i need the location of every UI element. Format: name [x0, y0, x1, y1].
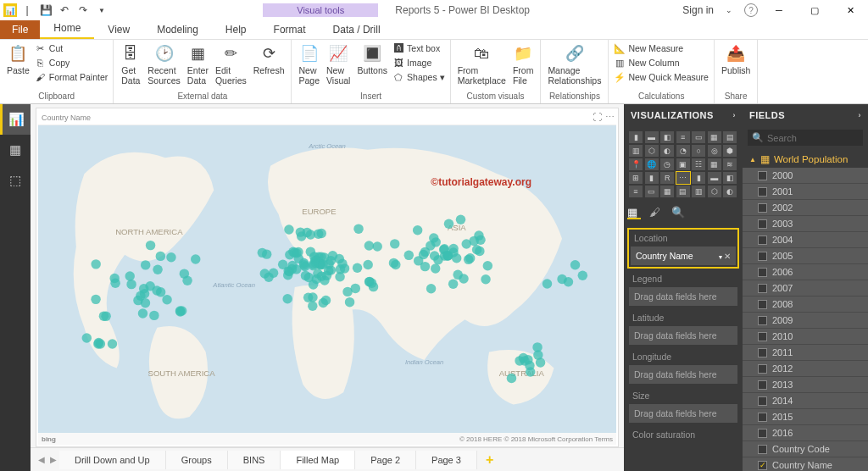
field-checkbox[interactable] [758, 461, 767, 470]
maximize-button[interactable]: ▢ [800, 1, 829, 19]
viz-thumb[interactable]: ▮ [645, 172, 659, 184]
field-row[interactable]: 2016 [743, 425, 868, 441]
model-view-icon[interactable]: ⬚ [0, 165, 31, 196]
tab-data-drill[interactable]: Data / Drill [320, 20, 394, 39]
buttons-button[interactable]: 🔳Buttons [353, 42, 391, 77]
viz-thumb[interactable]: ◐ [723, 186, 737, 197]
viz-thumb[interactable]: 🌐 [645, 158, 659, 170]
longitude-drop[interactable]: Drag data fields here [629, 365, 737, 384]
field-row[interactable]: 2005 [743, 248, 868, 264]
viz-thumb[interactable]: ▥ [692, 186, 705, 197]
viz-thumb[interactable]: ▤ [723, 131, 737, 143]
more-options-icon[interactable]: ⋯ [605, 112, 615, 123]
get-data-button[interactable]: 🗄Get Data [117, 42, 144, 87]
page-nav-prev[interactable]: ◀ [36, 455, 47, 464]
field-checkbox[interactable] [758, 252, 767, 261]
viz-thumb[interactable]: ▮ [629, 131, 643, 143]
viz-thumb[interactable]: ▮ [692, 172, 705, 184]
tab-format[interactable]: Format [260, 20, 320, 39]
field-row[interactable]: 2013 [743, 377, 868, 393]
add-page-button[interactable]: + [477, 449, 502, 471]
format-tab-icon[interactable]: 🖌 [649, 206, 663, 219]
publish-button[interactable]: 📤Publish [718, 42, 754, 77]
size-well[interactable]: Size Drag data fields here [629, 389, 737, 423]
search-box[interactable]: 🔍 [748, 130, 863, 146]
latitude-drop[interactable]: Drag data fields here [629, 326, 737, 345]
page-tab[interactable]: Page 3 [416, 451, 477, 469]
viz-thumb[interactable]: ▦ [708, 131, 721, 143]
size-drop[interactable]: Drag data fields here [629, 404, 737, 423]
field-checkbox[interactable] [758, 429, 767, 438]
chevron-right-icon[interactable]: › [733, 111, 737, 119]
viz-thumb[interactable]: ▭ [692, 131, 705, 143]
chevron-right-icon[interactable]: › [859, 111, 862, 119]
viz-thumb[interactable]: 📍 [629, 158, 643, 170]
field-row[interactable]: 2011 [743, 345, 868, 361]
table-row[interactable]: ▲ ▦ World Population [743, 151, 868, 168]
field-row[interactable]: 2000 [743, 168, 868, 184]
field-checkbox[interactable] [758, 396, 767, 406]
field-checkbox[interactable] [758, 332, 767, 341]
viz-thumb[interactable]: ⬡ [708, 186, 721, 197]
field-row[interactable]: 2004 [743, 232, 868, 248]
field-checkbox[interactable] [758, 413, 767, 422]
from-file-button[interactable]: 📁From File [509, 42, 537, 87]
field-checkbox[interactable] [758, 300, 767, 309]
viz-thumb[interactable]: ⊞ [629, 172, 643, 184]
image-button[interactable]: 🖼Image [391, 56, 447, 69]
field-row[interactable]: Country Name [743, 457, 868, 471]
report-canvas[interactable]: Country Name ⛶ ⋯ ©tutorialgateway.org [36, 108, 619, 447]
field-row[interactable]: 2003 [743, 216, 868, 232]
cut-button[interactable]: ✂Cut [33, 42, 109, 55]
viz-thumb[interactable]: ◷ [660, 158, 674, 170]
new-page-button[interactable]: 📄New Page [295, 42, 323, 87]
viz-thumb[interactable]: ▬ [645, 131, 659, 143]
page-tab[interactable]: Drill Down and Up [59, 451, 166, 469]
quick-measure-button[interactable]: ⚡New Quick Measure [612, 70, 710, 84]
page-tab[interactable]: Filled Map [281, 451, 355, 469]
viz-thumb[interactable]: R [660, 172, 674, 184]
remove-field-icon[interactable]: ✕ [724, 252, 731, 261]
data-view-icon[interactable]: ▦ [0, 135, 31, 165]
undo-icon[interactable]: ↶ [56, 2, 73, 19]
viz-thumb[interactable]: ○ [692, 145, 705, 157]
page-tab[interactable]: Groups [166, 451, 228, 469]
field-row[interactable]: 2010 [743, 329, 868, 345]
field-row[interactable]: 2006 [743, 264, 868, 280]
field-checkbox[interactable] [758, 348, 767, 357]
viz-thumb[interactable]: ≋ [723, 158, 737, 170]
tab-home[interactable]: Home [40, 19, 94, 39]
page-nav-next[interactable]: ▶ [47, 455, 59, 464]
location-well[interactable]: Location Country Name ▾ ✕ [629, 230, 737, 267]
page-tab[interactable]: Page 2 [355, 451, 416, 469]
minimize-button[interactable]: ─ [765, 1, 793, 19]
viz-thumb[interactable]: ☷ [692, 158, 705, 170]
field-checkbox[interactable] [758, 171, 767, 180]
tab-view[interactable]: View [94, 20, 143, 39]
viz-thumb[interactable]: ⬡ [645, 145, 659, 157]
viz-thumb[interactable]: ⬢ [723, 145, 737, 157]
field-checkbox[interactable] [758, 268, 767, 277]
redo-icon[interactable]: ↷ [75, 2, 92, 19]
field-checkbox[interactable] [758, 187, 767, 197]
field-row[interactable]: 2008 [743, 296, 868, 313]
latitude-well[interactable]: Latitude Drag data fields here [629, 311, 737, 345]
viz-thumb[interactable]: ◧ [723, 172, 737, 184]
new-measure-button[interactable]: 📐New Measure [612, 42, 710, 55]
field-checkbox[interactable] [758, 364, 767, 374]
manage-relationships-button[interactable]: 🔗Manage Relationships [544, 42, 604, 87]
page-tab[interactable]: BINS [228, 451, 281, 469]
viz-thumb[interactable]: ◐ [660, 145, 674, 157]
color-saturation-well[interactable]: Color saturation [629, 428, 737, 441]
refresh-button[interactable]: ⟳Refresh [250, 42, 288, 77]
field-checkbox[interactable] [758, 380, 767, 390]
viz-thumb[interactable]: ⋯ [676, 172, 690, 184]
viz-thumb[interactable]: ▬ [708, 172, 721, 184]
field-dropdown[interactable]: ▾ ✕ [719, 252, 731, 261]
fields-tab-icon[interactable]: ▦ [627, 206, 641, 219]
viz-thumb[interactable]: ≡ [629, 186, 643, 197]
field-checkbox[interactable] [758, 316, 767, 325]
field-row[interactable]: 2014 [743, 393, 868, 409]
copy-button[interactable]: ⎘Copy [33, 56, 109, 69]
viz-thumb[interactable]: ▣ [676, 158, 690, 170]
